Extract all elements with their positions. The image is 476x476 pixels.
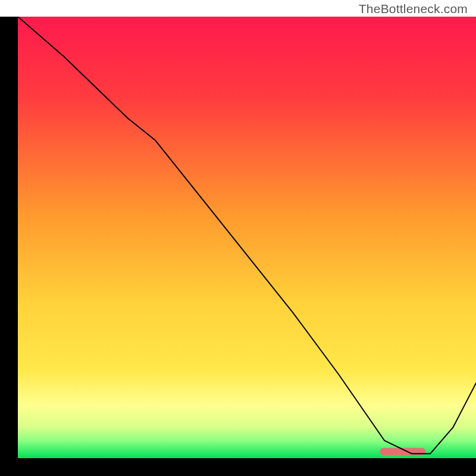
y-axis-bar	[0, 17, 18, 476]
gradient-background	[18, 17, 476, 458]
x-axis-bar	[0, 458, 476, 476]
plot-svg	[18, 17, 476, 458]
chart-stage: TheBottleneck.com	[0, 0, 476, 476]
plot-area	[18, 17, 476, 458]
watermark-text: TheBottleneck.com	[359, 2, 468, 16]
